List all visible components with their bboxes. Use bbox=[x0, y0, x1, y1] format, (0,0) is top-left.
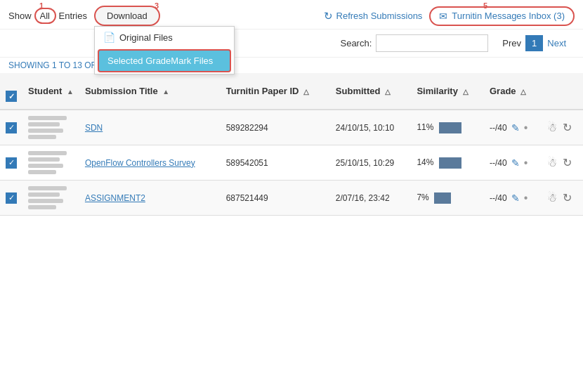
similarity-sort-icon[interactable]: △ bbox=[463, 88, 469, 96]
table-body: ✓ SDN 589282294 24/10/15, 10:10 11% bbox=[0, 110, 583, 216]
similarity-header: Similarity △ bbox=[411, 73, 484, 110]
download-wrapper: Download 📄 Original Files Selected Grade… bbox=[94, 6, 160, 26]
refresh-button[interactable]: ↻ Refresh Submissions bbox=[324, 10, 423, 22]
row1-checkbox-cell: ✓ bbox=[0, 110, 22, 145]
row2-refresh-icon[interactable]: ↻ bbox=[563, 156, 572, 169]
row2-title-link[interactable]: OpenFlow Controllers Survey bbox=[85, 158, 195, 168]
row2-paper-id: 589542051 bbox=[221, 145, 330, 181]
show-label: Show bbox=[8, 11, 32, 21]
avatar-line bbox=[28, 116, 67, 120]
file-icon: 📄 bbox=[103, 32, 115, 43]
turnitin-inbox-label: Turnitin Messages Inbox (3) bbox=[452, 11, 565, 21]
row2-submitted: 25/10/15, 10:29 bbox=[330, 145, 412, 181]
row1-title: SDN bbox=[79, 110, 221, 145]
row1-similarity-bar bbox=[439, 122, 461, 133]
title-sort-icon[interactable]: ▲ bbox=[162, 88, 169, 96]
row2-cloud-icon[interactable]: ☃ bbox=[547, 156, 557, 169]
row2-similarity: 14% bbox=[411, 145, 484, 181]
row1-paper-id: 589282294 bbox=[221, 110, 330, 145]
next-label[interactable]: Next bbox=[547, 38, 566, 48]
row3-submitted: 2/07/16, 23:42 bbox=[330, 181, 412, 216]
avatar-line bbox=[28, 192, 60, 197]
row1-dot: • bbox=[524, 122, 528, 134]
row2-grade: --/40 ✎ • bbox=[484, 145, 542, 181]
row2-checkbox[interactable]: ✓ bbox=[6, 157, 17, 169]
row3-grade-value: --/40 bbox=[490, 193, 507, 203]
annotation-1: 1 bbox=[39, 1, 44, 10]
submitted-header: Submitted △ bbox=[330, 73, 412, 110]
avatar-line bbox=[28, 186, 67, 190]
row3-cloud-icon[interactable]: ☃ bbox=[547, 191, 557, 204]
avatar-line bbox=[28, 129, 63, 133]
submissions-table: 2 ✓ Student ▲ Submission Title ▲ Turniti… bbox=[0, 73, 583, 216]
row1-grade-cell: --/40 ✎ • bbox=[490, 122, 536, 134]
refresh-icon: ↻ bbox=[324, 10, 333, 22]
submission-title-header: Submission Title ▲ bbox=[79, 73, 221, 110]
paperid-sort-icon[interactable]: △ bbox=[303, 88, 309, 96]
avatar-line bbox=[28, 164, 63, 168]
row1-cloud-icon[interactable]: ☃ bbox=[547, 121, 557, 134]
search-input[interactable] bbox=[376, 34, 488, 52]
toolbar-row2: Search: Prev 1 Next bbox=[0, 30, 583, 58]
row1-edit-icon[interactable]: ✎ bbox=[511, 122, 520, 133]
page-1-button[interactable]: 1 bbox=[525, 35, 543, 51]
row1-checkbox[interactable]: ✓ bbox=[6, 122, 17, 133]
table-header-row: 2 ✓ Student ▲ Submission Title ▲ Turniti… bbox=[0, 73, 583, 110]
turnitin-inbox[interactable]: ✉ Turnitin Messages Inbox (3) bbox=[429, 6, 575, 26]
grade-header: Grade △ bbox=[484, 73, 542, 110]
row1-title-link[interactable]: SDN bbox=[85, 123, 103, 133]
avatar-line bbox=[28, 205, 56, 209]
avatar-line bbox=[28, 157, 60, 162]
row2-title: OpenFlow Controllers Survey bbox=[79, 145, 221, 181]
row3-grade-cell: --/40 ✎ • bbox=[490, 192, 536, 204]
original-files-label: Original Files bbox=[119, 32, 173, 43]
row3-action-icons: ☃ ↻ bbox=[547, 191, 577, 204]
select-all-checkbox[interactable]: ✓ bbox=[6, 91, 17, 102]
grade-sort-icon[interactable]: △ bbox=[520, 88, 526, 96]
submitted-sort-icon[interactable]: △ bbox=[385, 88, 391, 96]
row3-dot: • bbox=[524, 192, 528, 204]
search-label: Search: bbox=[340, 38, 372, 48]
refresh-label: Refresh Submissions bbox=[336, 11, 423, 21]
row3-similarity: 7% bbox=[411, 181, 484, 216]
row3-edit-icon[interactable]: ✎ bbox=[511, 192, 520, 204]
row1-student bbox=[22, 110, 79, 145]
grademark-files-label: Selected GradeMark Files bbox=[107, 55, 213, 66]
student-header: Student ▲ bbox=[22, 73, 79, 110]
original-files-item[interactable]: 📄 Original Files bbox=[95, 27, 234, 48]
row3-title-link[interactable]: ASSIGNMENT2 bbox=[85, 193, 145, 203]
row3-title: ASSIGNMENT2 bbox=[79, 181, 221, 216]
row3-actions: ☃ ↻ bbox=[542, 181, 583, 216]
prev-label: Prev bbox=[502, 38, 521, 48]
row3-checkbox[interactable]: ✓ bbox=[6, 192, 17, 204]
row2-action-icons: ☃ ↻ bbox=[547, 156, 577, 169]
annotation-5: 5 bbox=[483, 1, 487, 10]
table-row: ✓ SDN 589282294 24/10/15, 10:10 11% bbox=[0, 110, 583, 145]
showing-text: SHOWING 1 TO 13 OF 13 ENTRIES. bbox=[0, 58, 583, 73]
row1-refresh-icon[interactable]: ↻ bbox=[563, 121, 572, 134]
student-sort-icon[interactable]: ▲ bbox=[67, 88, 74, 96]
avatar-line bbox=[28, 199, 63, 203]
pagination: Prev 1 Next bbox=[494, 32, 575, 54]
table-row: ✓ OpenFlow Controllers Survey 589542051 … bbox=[0, 145, 583, 181]
search-section: Search: bbox=[340, 34, 488, 52]
avatar-lines bbox=[28, 186, 74, 209]
row2-grade-cell: --/40 ✎ • bbox=[490, 157, 536, 169]
row3-refresh-icon[interactable]: ↻ bbox=[563, 191, 572, 204]
download-dropdown: 📄 Original Files Selected GradeMark File… bbox=[94, 26, 235, 74]
toolbar-row1: 1 Show All 10 25 50 Entries 3 Download 📄… bbox=[0, 0, 583, 30]
row1-grade-value: --/40 bbox=[490, 123, 507, 133]
row2-edit-icon[interactable]: ✎ bbox=[511, 157, 520, 169]
paper-id-header: Turnitin Paper ID △ bbox=[221, 73, 330, 110]
table-row: ✓ ASSIGNMENT2 687521449 2/07/16, 23:42 7… bbox=[0, 181, 583, 216]
avatar-line bbox=[28, 135, 56, 139]
row1-action-icons: ☃ ↻ bbox=[547, 121, 577, 134]
download-button[interactable]: Download bbox=[94, 6, 160, 26]
grademark-files-item[interactable]: Selected GradeMark Files bbox=[98, 49, 231, 72]
avatar-lines bbox=[28, 151, 74, 174]
row2-checkbox-cell: ✓ bbox=[0, 145, 22, 181]
row2-grade-value: --/40 bbox=[490, 158, 507, 168]
row2-dot: • bbox=[524, 157, 528, 169]
row3-paper-id: 687521449 bbox=[221, 181, 330, 216]
show-entries-select[interactable]: All 10 25 50 bbox=[34, 8, 56, 24]
